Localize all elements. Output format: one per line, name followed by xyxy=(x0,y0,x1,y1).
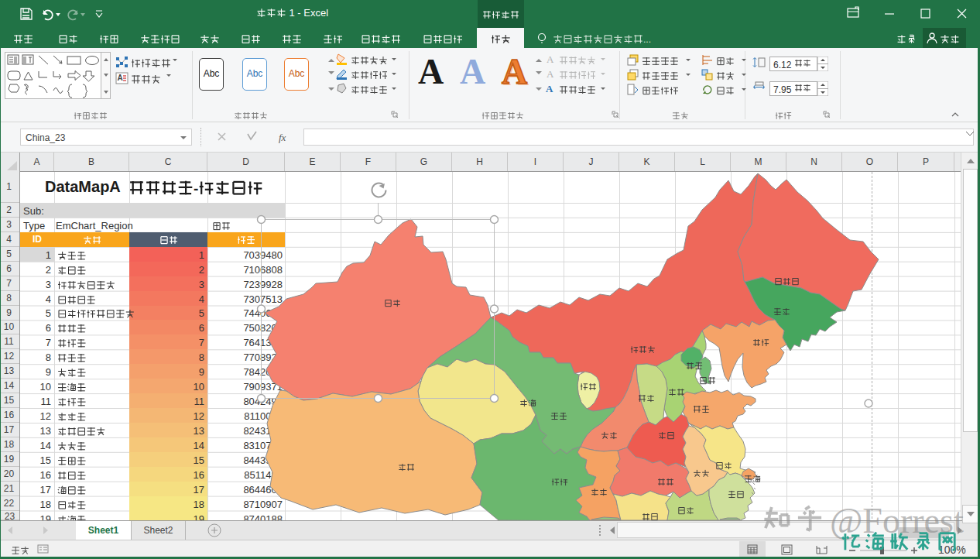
svg-text:A: A xyxy=(118,74,123,82)
svg-text:fx: fx xyxy=(279,132,286,143)
